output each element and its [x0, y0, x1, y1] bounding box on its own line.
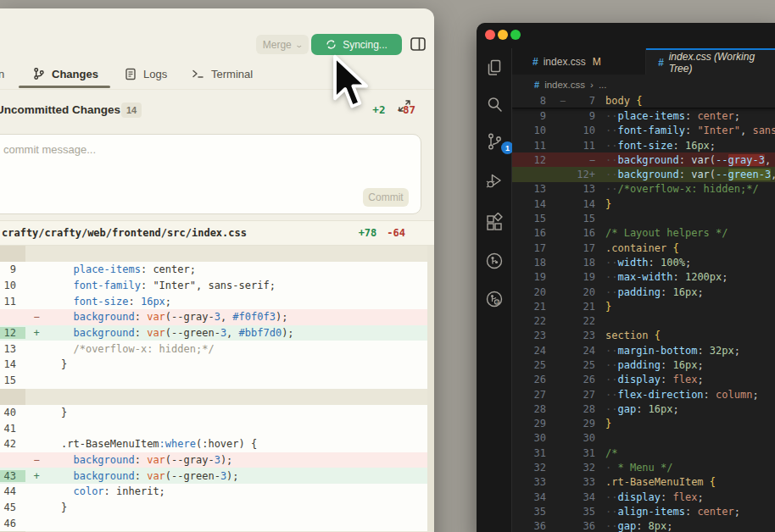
- code-text: ··display: flex;: [595, 374, 775, 385]
- search-icon[interactable]: [484, 94, 505, 114]
- tab-index-css[interactable]: # index.css M: [521, 48, 646, 75]
- code-text: ··place-items: center;: [595, 110, 775, 122]
- tab-terminal[interactable]: Terminal: [192, 58, 253, 90]
- editor-line[interactable]: 2828··gap: 16px;: [512, 402, 775, 416]
- editor-line[interactable]: 99··place-items: center;: [512, 108, 775, 123]
- diff-line-removed[interactable]: − background: var(--gray-3);: [0, 452, 427, 468]
- line-number-text: 26: [583, 374, 595, 385]
- editor-line[interactable]: 1414}: [512, 197, 775, 211]
- breadcrumb-more[interactable]: ...: [599, 80, 607, 90]
- tab-index-css-working-tree[interactable]: # index.css (Working Tree): [646, 48, 775, 75]
- editor-line[interactable]: 1111··font-size: 16px;: [512, 138, 775, 152]
- diff-line[interactable]: 45}: [0, 500, 427, 516]
- diff-line[interactable]: 44 color: inherit;: [0, 484, 427, 500]
- gitlens-icon[interactable]: [484, 251, 505, 271]
- code-token: padding: [617, 359, 661, 371]
- diff-line[interactable]: 14}: [0, 357, 427, 373]
- vscode-titlebar[interactable]: [477, 23, 775, 48]
- diff-file-header[interactable]: crafty/crafty/web/frontend/src/index.css…: [0, 220, 434, 246]
- source-control-icon[interactable]: 1: [484, 131, 505, 152]
- editor-line[interactable]: 2323section {: [512, 329, 775, 343]
- tab-logs[interactable]: Logs: [125, 58, 167, 90]
- sticky-scroll-line[interactable]: 8−7body {: [512, 94, 775, 108]
- code-token: gray-3: [728, 154, 765, 166]
- expand-icon[interactable]: [397, 98, 412, 114]
- editor-line[interactable]: 1919··max-width: 1200px;: [512, 270, 775, 285]
- diff-line[interactable]: 10 font-family: "Inter", sans-serif;: [0, 278, 427, 294]
- diff-scrollbar-gutter[interactable]: [427, 246, 434, 532]
- diff-line-removed[interactable]: − background: var(--gray-3, #f0f0f3);: [0, 309, 427, 325]
- editor-line[interactable]: 3131/*: [512, 446, 775, 460]
- code-text: ··flex-direction: column;: [595, 389, 775, 401]
- code-token: [61, 311, 73, 323]
- editor-line[interactable]: 2121}: [512, 299, 775, 313]
- line-number: 45: [0, 502, 25, 513]
- close-window-button[interactable]: [485, 30, 495, 40]
- editor-line[interactable]: 1616/* Layout helpers */: [512, 226, 775, 241]
- run-debug-icon[interactable]: [484, 170, 505, 191]
- diff-line[interactable]: 13 /*overflow-x: hidden;*/: [0, 341, 427, 357]
- summary-additions: +2: [372, 103, 385, 116]
- extensions-icon[interactable]: [484, 213, 505, 233]
- editor-line[interactable]: 3232· * Menu */: [512, 460, 775, 474]
- tab-partial-left[interactable]: n: [0, 58, 4, 90]
- panel-toggle-icon[interactable]: [410, 36, 427, 53]
- editor-line[interactable]: 3535··align-items: center;: [512, 504, 775, 518]
- editor-line[interactable]: 2727··flex-direction: column;: [512, 387, 775, 402]
- editor-line[interactable]: 1010··font-family: "Inter", sans-serif;: [512, 124, 775, 138]
- editor-line-removed[interactable]: 12−··background: var(--gray-3, #f0f0f3);: [512, 152, 775, 167]
- editor-line[interactable]: 1818··width: 100%;: [512, 255, 775, 269]
- diff-line[interactable]: 40}: [0, 405, 427, 421]
- code-token: :: [685, 506, 697, 518]
- merge-button[interactable]: Merge ⌄: [256, 35, 309, 54]
- editor-line[interactable]: 3636··gap: 8px;: [512, 519, 775, 532]
- modified-line-number: 16: [551, 227, 595, 239]
- commit-button[interactable]: Commit: [363, 188, 409, 207]
- diff-line[interactable]: 46: [0, 515, 427, 531]
- editor-line[interactable]: 1717.container {: [512, 241, 775, 255]
- editor-line[interactable]: 3434··display: flex;: [512, 490, 775, 504]
- diff-line[interactable]: 11 font-size: 16px;: [0, 293, 427, 309]
- minimize-window-button[interactable]: [498, 30, 508, 40]
- editor-line[interactable]: 2626··display: flex;: [512, 373, 775, 387]
- code-token: section: [605, 330, 655, 341]
- editor-line[interactable]: 2222: [512, 313, 775, 328]
- editor-line[interactable]: 1515: [512, 211, 775, 225]
- diff-line[interactable]: 9 place-items: center;: [0, 262, 427, 278]
- code-token: ;: [697, 359, 703, 371]
- diff-line[interactable]: 15: [0, 373, 427, 389]
- editor-line[interactable]: 2929}: [512, 417, 775, 431]
- code-text: font-family: "Inter", sans-serif;: [47, 280, 427, 291]
- merge-button-label: Merge: [263, 39, 292, 51]
- code-token: ··: [605, 491, 617, 503]
- editor-line[interactable]: 1313··/*overflow-x: hidden;*/: [512, 182, 775, 197]
- code-token: 32px: [710, 345, 734, 357]
- code-token: background: [617, 169, 678, 180]
- diff-line-added[interactable]: 12+ background: var(--green-3, #bbf7d0);: [0, 325, 427, 341]
- editor-line[interactable]: 2424··margin-bottom: 32px;: [512, 343, 775, 357]
- breadcrumb-file[interactable]: index.css: [544, 80, 585, 90]
- code-token: column: [716, 389, 752, 401]
- code-token: ··: [605, 286, 617, 298]
- diff-line-added[interactable]: 43+ background: var(--green-3);: [0, 468, 427, 484]
- syncing-button[interactable]: Syncing...: [311, 34, 402, 55]
- gitlens-inspect-icon[interactable]: a: [484, 289, 505, 309]
- editor-line[interactable]: 2020··padding: 16px;: [512, 285, 775, 299]
- code-text: font-size: 16px;: [47, 296, 427, 308]
- code-token: :: [661, 359, 672, 371]
- line-number-text: 31: [583, 447, 595, 459]
- diff-line[interactable]: 41: [0, 420, 427, 436]
- editor-line-added[interactable]: 12+··background: var(--green-3, #bbf7d0)…: [512, 167, 775, 181]
- commit-message-input[interactable]: [0, 135, 421, 186]
- diff-line[interactable]: 42.rt-BaseMenuItem:where(:hover) {: [0, 436, 427, 452]
- editor-line[interactable]: 2525··padding: 16px;: [512, 357, 775, 372]
- code-text: ··background: var(--green-3, #bbf7d0);: [595, 169, 775, 180]
- breadcrumb[interactable]: # index.css › ...: [512, 75, 775, 94]
- maximize-window-button[interactable]: [510, 30, 521, 40]
- code-token: 1200px: [685, 271, 722, 283]
- editor-line[interactable]: 3333.rt-BaseMenuItem {: [512, 475, 775, 490]
- line-number-text: 30: [583, 432, 595, 444]
- code-token: ;: [685, 257, 691, 269]
- editor-line[interactable]: 3030: [512, 431, 775, 446]
- explorer-icon[interactable]: [484, 58, 505, 78]
